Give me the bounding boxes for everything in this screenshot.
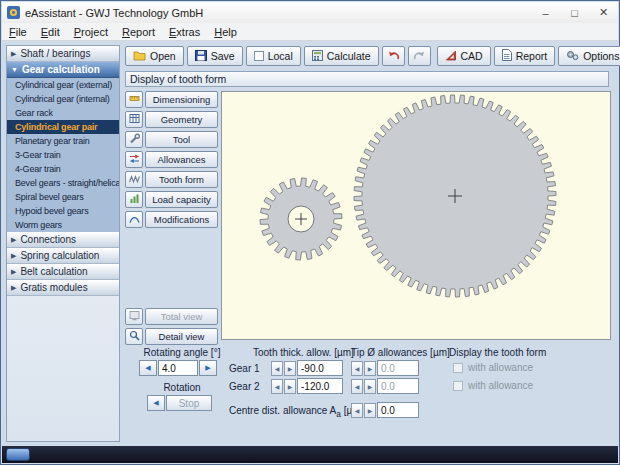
app-icon	[7, 6, 20, 19]
cad-button[interactable]: CAD	[437, 46, 491, 66]
load-capacity-icon-button[interactable]	[125, 191, 143, 208]
modifications-icon-button[interactable]	[125, 211, 143, 228]
with-allowance-label-2: with allowance	[468, 380, 533, 391]
detail-view-button[interactable]: Detail view	[145, 328, 218, 345]
tool-button[interactable]: Tool	[145, 131, 218, 148]
sidebar-item-cylindrical-gear-external[interactable]: Cylindrical gear (external)	[7, 78, 119, 92]
chevron-right-icon: ▶	[11, 252, 16, 260]
gear1-decrease-button[interactable]: ◀	[271, 361, 283, 376]
redo-icon	[413, 50, 426, 63]
sidebar-section-shaft-bearings[interactable]: ▶ Shaft / bearings	[7, 46, 119, 62]
sidebar-item-planetary-gear-train[interactable]: Planetary gear train	[7, 134, 119, 148]
dimensioning-button[interactable]: Dimensioning	[145, 91, 218, 108]
open-button[interactable]: Open	[125, 46, 184, 66]
total-view-icon-button[interactable]	[125, 308, 143, 325]
tip2-allowance-field[interactable]	[377, 378, 419, 394]
dimensioning-icon-button[interactable]	[125, 91, 143, 108]
gear2-allowance-field[interactable]	[297, 378, 343, 394]
menu-project[interactable]: Project	[67, 25, 115, 39]
local-toggle[interactable]: Local	[246, 46, 301, 66]
close-button[interactable]: ✕	[589, 2, 618, 23]
with-allowance-checkbox-2[interactable]	[453, 381, 463, 391]
app-window: eAssistant - GWJ Technology GmbH – □ ✕ F…	[0, 0, 620, 465]
bar-chart-icon	[129, 192, 140, 207]
sidebar-item-cylindrical-gear-pair[interactable]: Cylindrical gear pair	[7, 120, 119, 134]
menu-report[interactable]: Report	[115, 25, 162, 39]
calculator-icon	[312, 50, 323, 63]
sidebar-item-4-gear-train[interactable]: 4-Gear train	[7, 162, 119, 176]
sidebar-section-spring-calculation[interactable]: ▶ Spring calculation	[7, 248, 119, 264]
sidebar-item-spiral-bevel-gears[interactable]: Spiral bevel gears	[7, 190, 119, 204]
modifications-button[interactable]: Modifications	[145, 211, 218, 228]
centre-decrease-button[interactable]: ◀	[351, 403, 363, 418]
tip1-increase-button[interactable]: ▶	[364, 361, 376, 376]
window-title: eAssistant - GWJ Technology GmbH	[25, 7, 203, 19]
rotating-angle-field[interactable]	[158, 360, 198, 376]
gear1-label: Gear 1	[229, 363, 260, 374]
rotate-left-button[interactable]: ◀	[139, 360, 157, 376]
tooth-form-icon-button[interactable]	[125, 171, 143, 188]
gear2-decrease-button[interactable]: ◀	[271, 379, 283, 394]
sidebar-item-worm-gears[interactable]: Worm gears	[7, 218, 119, 232]
tip1-decrease-button[interactable]: ◀	[351, 361, 363, 376]
cad-triangle-icon	[445, 50, 457, 63]
save-button[interactable]: Save	[187, 46, 243, 66]
geometry-icon-button[interactable]	[125, 111, 143, 128]
tool-icon-button[interactable]	[125, 131, 143, 148]
detail-view-icon-button[interactable]	[125, 328, 143, 345]
tooth-form-button[interactable]: Tooth form	[145, 171, 218, 188]
gear2-increase-button[interactable]: ▶	[284, 379, 296, 394]
local-checkbox[interactable]	[254, 51, 264, 61]
undo-icon	[387, 50, 400, 63]
rotation-start-button[interactable]: ◀	[147, 395, 165, 411]
chevron-right-icon: ▶	[11, 268, 16, 276]
redo-button[interactable]	[408, 46, 431, 66]
options-button[interactable]: Options	[558, 46, 620, 66]
open-label: Open	[150, 50, 176, 62]
allowances-button[interactable]: Allowances	[145, 151, 218, 168]
toolbar: Open Save Local Calculate CAD Report	[125, 45, 605, 67]
rotation-stop-button[interactable]: Stop	[166, 395, 212, 411]
status-button[interactable]	[6, 448, 30, 461]
sidebar-item-cylindrical-gear-internal[interactable]: Cylindrical gear (internal)	[7, 92, 119, 106]
rotate-right-button[interactable]: ▶	[199, 360, 217, 376]
chevron-right-icon: ▶	[11, 284, 16, 292]
sidebar-section-belt-calculation[interactable]: ▶ Belt calculation	[7, 264, 119, 280]
arrows-icon	[129, 152, 140, 167]
display-tooth-form-header: Display the tooth form	[449, 347, 546, 358]
centre-distance-label: Centre dist. allowance Aa [µm]	[229, 405, 363, 419]
right-arrow-icon: ▶	[288, 365, 293, 372]
load-capacity-button[interactable]: Load capacity	[145, 191, 218, 208]
tip1-allowance-field[interactable]	[377, 360, 419, 376]
undo-button[interactable]	[382, 46, 405, 66]
maximize-button[interactable]: □	[560, 2, 589, 23]
with-allowance-checkbox-1[interactable]	[453, 363, 463, 373]
calculate-button[interactable]: Calculate	[304, 46, 379, 66]
centre-increase-button[interactable]: ▶	[364, 403, 376, 418]
menu-edit[interactable]: Edit	[34, 25, 67, 39]
menu-file[interactable]: File	[2, 25, 34, 39]
bottom-controls: Rotating angle [°] ◀ ▶ Rotation ◀ Stop T…	[125, 345, 615, 443]
left-arrow-icon: ◀	[355, 365, 360, 372]
sidebar-item-bevel-gears[interactable]: Bevel gears - straight/helical	[7, 176, 119, 190]
total-view-button[interactable]: Total view	[145, 308, 218, 325]
allowances-icon-button[interactable]	[125, 151, 143, 168]
sidebar-section-connections[interactable]: ▶ Connections	[7, 232, 119, 248]
open-folder-icon	[133, 50, 146, 63]
geometry-button[interactable]: Geometry	[145, 111, 218, 128]
sidebar-item-3-gear-train[interactable]: 3-Gear train	[7, 148, 119, 162]
sidebar-section-gear-calculation[interactable]: ▼ Gear calculation	[7, 62, 119, 78]
menu-help[interactable]: Help	[207, 25, 244, 39]
menu-extras[interactable]: Extras	[162, 25, 207, 39]
sidebar-section-gratis-modules[interactable]: ▶ Gratis modules	[7, 280, 119, 296]
panel-button-column: Dimensioning Geometry Tool Allowances To…	[125, 91, 218, 231]
gear1-allowance-field[interactable]	[297, 360, 343, 376]
sidebar-item-gear-rack[interactable]: Gear rack	[7, 106, 119, 120]
gear1-increase-button[interactable]: ▶	[284, 361, 296, 376]
centre-allowance-field[interactable]	[377, 402, 419, 418]
tip2-increase-button[interactable]: ▶	[364, 379, 376, 394]
tip2-decrease-button[interactable]: ◀	[351, 379, 363, 394]
minimize-button[interactable]: –	[531, 2, 560, 23]
report-button[interactable]: Report	[494, 46, 556, 66]
sidebar-item-hypoid-bevel-gears[interactable]: Hypoid bevel gears	[7, 204, 119, 218]
